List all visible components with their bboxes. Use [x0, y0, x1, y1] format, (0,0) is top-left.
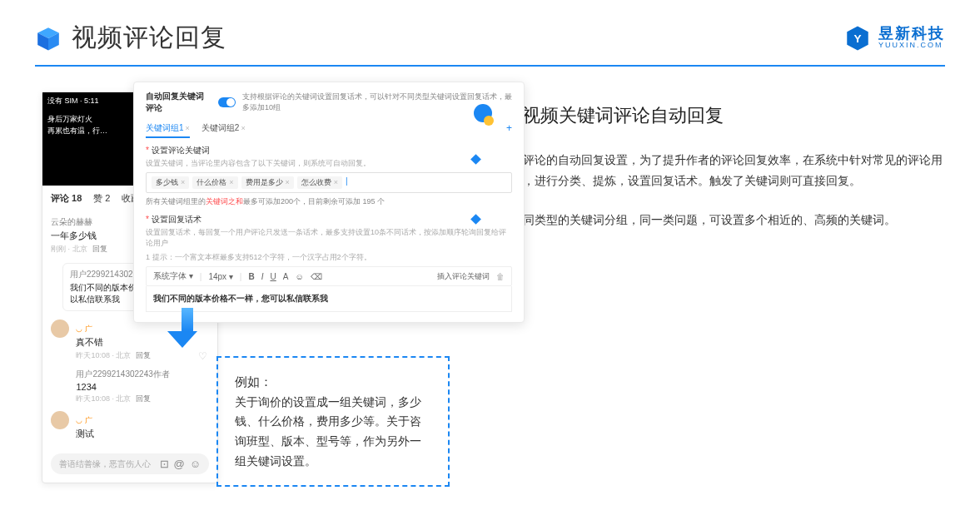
reply-link[interactable]: 回复 [136, 394, 151, 404]
example-callout: 例如： 关于询价的设置成一组关键词，多少钱、什么价格，费用多少等。关于咨询班型、… [216, 356, 450, 487]
image-icon[interactable]: ⊡ [160, 458, 169, 470]
color-button[interactable]: A [283, 272, 289, 281]
emoji-icon[interactable]: ☺ [190, 458, 201, 470]
callout-body: 关于询价的设置成一组关键词，多少钱、什么价格，费用多少等。关于咨询班型、版本、型… [235, 393, 431, 472]
author-tag: 作者 [153, 369, 170, 379]
font-family-select[interactable]: 系统字体 ▾ [153, 270, 193, 282]
reply-link[interactable]: 回复 [136, 350, 151, 362]
keyword-chip[interactable]: 怎么收费× [297, 176, 342, 189]
font-size-select[interactable]: 14px ▾ [208, 272, 232, 281]
avatar [51, 319, 69, 338]
remove-icon[interactable]: × [334, 178, 338, 186]
chat-bubble-icon [472, 104, 495, 127]
reply-link[interactable]: 回复 [92, 244, 107, 255]
tab-likes[interactable]: 赞 2 [93, 192, 110, 205]
callout-heading: 例如： [235, 371, 431, 393]
keyword-chip[interactable]: 费用是多少× [241, 176, 294, 189]
comment-meta: 刚刚 · 北京 [51, 244, 87, 255]
bold-button[interactable]: B [248, 272, 254, 281]
mention-icon[interactable]: @ [174, 458, 185, 470]
remove-icon[interactable]: × [181, 178, 185, 186]
video-caption-2: 再累也有温，行… [47, 126, 107, 137]
page-title: 视频评论回复 [72, 21, 226, 55]
keyword-chip[interactable]: 什么价格× [192, 176, 237, 189]
arrow-down-icon [177, 308, 197, 348]
section-keywords-label: 设置评论关键词 [146, 145, 512, 156]
section-keywords-hint: 设置关键词，当评论里内容包含了以下关键词，则系统可自动回复。 [146, 158, 512, 169]
reply-editor[interactable]: 我们不同的版本价格不一样，您可以私信联系我 [146, 286, 512, 312]
remove-icon[interactable]: × [229, 178, 233, 186]
keyword-group-tab-2[interactable]: 关键词组2× [201, 122, 246, 138]
cube-icon [35, 25, 62, 52]
comment-placeholder: 善语结善缘，恶言伤人心 [59, 458, 151, 470]
editor-toolbar: 系统字体 ▾| 14px ▾| B I U A ☺ ⌫ 插入评论关键词 🗑 [146, 266, 512, 286]
delete-button[interactable]: 🗑 [496, 272, 505, 281]
section-reply-tip: 1 提示：一个富文本框最多支持512个字符，一个汉字占用2个字符。 [146, 252, 512, 263]
keyword-chip-input[interactable]: 多少钱× 什么价格× 费用是多少× 怎么收费× | [146, 172, 512, 193]
fan-icon: ◡ 广 [76, 324, 92, 333]
section-reply-hint: 设置回复话术，每回复一个用户评论只发送一条话术，最多支持设置10条不同话术，按添… [146, 227, 512, 249]
tab-comments[interactable]: 评论 18 [51, 192, 82, 205]
logo-text-en: YUUXIN.COM [878, 42, 945, 50]
keyword-quota-note: 所有关键词组里的关键词之和最多可添加200个，目前剩余可添加 195 个 [146, 196, 512, 207]
avatar [51, 411, 69, 429]
logo-hex-icon: Y [843, 24, 872, 52]
comment-body: 测试 [76, 428, 94, 440]
close-icon[interactable]: × [186, 124, 190, 132]
comment-row: ◡ 广 测试 [51, 408, 209, 445]
reply-user: 用户2299214302243 [76, 369, 152, 379]
emoji-button[interactable]: ☺ [295, 272, 303, 281]
brand-logo: Y 昱新科技 YUUXIN.COM [843, 24, 945, 52]
auto-reply-toggle[interactable] [218, 97, 236, 107]
comment-meta: 昨天10:08 · 北京 [76, 350, 131, 362]
keyword-settings-panel: 自动回复关键词评论 支持根据评论的关键词设置回复话术，可以针对不同类型关键词设置… [133, 82, 525, 323]
auto-reply-label: 自动回复关键词评论 [146, 91, 211, 114]
underline-button[interactable]: U [270, 272, 276, 281]
add-group-button[interactable]: + [506, 122, 512, 138]
reply-body: 1234 [76, 382, 207, 392]
insert-keyword-button[interactable]: 插入评论关键词 [437, 271, 490, 282]
italic-button[interactable]: I [261, 272, 264, 281]
clear-button[interactable]: ⌫ [311, 272, 322, 281]
video-caption-1: 身后万家灯火 [47, 114, 107, 126]
comment-input[interactable]: 善语结善缘，恶言伤人心 ⊡ @ ☺ [51, 453, 209, 474]
section-reply-label: 设置回复话术 [146, 214, 512, 225]
logo-text-cn: 昱新科技 [878, 26, 945, 42]
like-icon[interactable]: ♡ [198, 350, 207, 362]
close-icon[interactable]: × [241, 124, 245, 132]
bullet-text-2: 支持不同类型的关键词分组，同一类问题，可设置多个相近的、高频的关键词。 [488, 210, 896, 230]
keyword-chip[interactable]: 多少钱× [152, 176, 189, 189]
svg-text:Y: Y [853, 32, 861, 45]
fan-icon: ◡ 广 [76, 416, 92, 424]
keyword-group-tab-1[interactable]: 关键词组1× [146, 122, 190, 138]
section-heading: 短视频关键词评论自动回复 [504, 103, 724, 128]
bullet-text-1: 短视频评论的自动回复设置，为了提升作者的评论回复效率，在系统中针对常见的评论用户… [488, 150, 945, 191]
comment-meta: 昨天10:08 · 北京 [76, 394, 131, 404]
remove-icon[interactable]: × [286, 178, 290, 186]
